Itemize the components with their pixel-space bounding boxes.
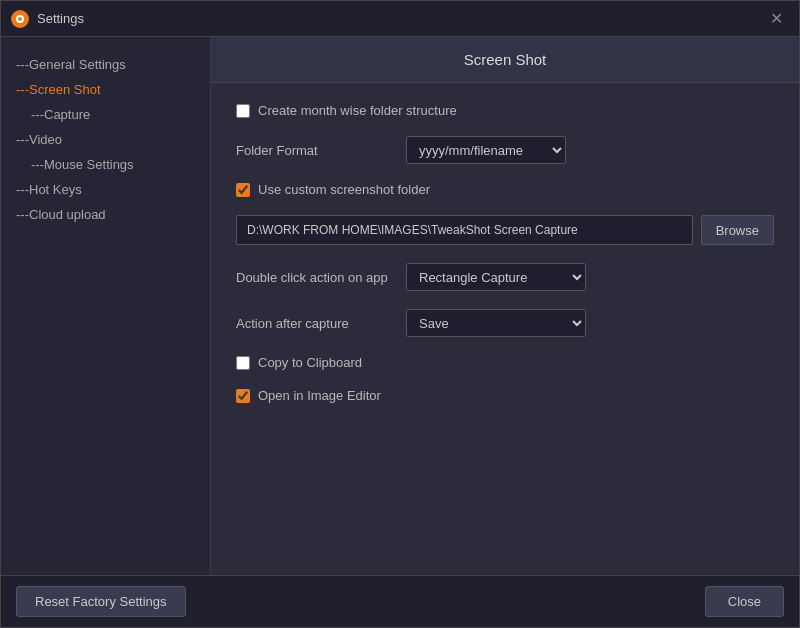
open-editor-row: Open in Image Editor — [236, 388, 774, 403]
close-icon[interactable]: ✕ — [764, 9, 789, 29]
double-click-row: Double click action on app Rectangle Cap… — [236, 263, 774, 291]
double-click-select[interactable]: Rectangle Capture Full Screen Capture Re… — [406, 263, 586, 291]
panel-body: Create month wise folder structure Folde… — [211, 83, 799, 575]
folder-path-input[interactable] — [236, 215, 693, 245]
use-custom-folder-checkbox[interactable] — [236, 183, 250, 197]
sidebar-item-capture[interactable]: ---Capture — [1, 102, 210, 127]
double-click-label: Double click action on app — [236, 270, 396, 285]
app-icon — [11, 10, 29, 28]
sidebar: ---General Settings---Screen Shot---Capt… — [1, 37, 211, 575]
sidebar-item-cloud-upload[interactable]: ---Cloud upload — [1, 202, 210, 227]
create-month-folder-checkbox[interactable] — [236, 104, 250, 118]
browse-button[interactable]: Browse — [701, 215, 774, 245]
open-editor-checkbox[interactable] — [236, 389, 250, 403]
main-content: ---General Settings---Screen Shot---Capt… — [1, 37, 799, 575]
path-row: Browse — [236, 215, 774, 245]
open-editor-label: Open in Image Editor — [258, 388, 381, 403]
folder-format-row: Folder Format yyyy/mm/filename yyyy/mm/d… — [236, 136, 774, 164]
use-custom-folder-row: Use custom screenshot folder — [236, 182, 774, 197]
copy-clipboard-label: Copy to Clipboard — [258, 355, 362, 370]
svg-point-1 — [18, 17, 22, 21]
copy-clipboard-row: Copy to Clipboard — [236, 355, 774, 370]
create-month-folder-label: Create month wise folder structure — [258, 103, 457, 118]
sidebar-item-mouse-settings[interactable]: ---Mouse Settings — [1, 152, 210, 177]
titlebar: Settings ✕ — [1, 1, 799, 37]
close-button[interactable]: Close — [705, 586, 784, 617]
sidebar-item-general-settings[interactable]: ---General Settings — [1, 52, 210, 77]
sidebar-item-hot-keys[interactable]: ---Hot Keys — [1, 177, 210, 202]
sidebar-item-video[interactable]: ---Video — [1, 127, 210, 152]
content-panel: Screen Shot Create month wise folder str… — [211, 37, 799, 575]
reset-factory-settings-button[interactable]: Reset Factory Settings — [16, 586, 186, 617]
panel-title: Screen Shot — [211, 37, 799, 83]
folder-format-label: Folder Format — [236, 143, 396, 158]
copy-clipboard-checkbox[interactable] — [236, 356, 250, 370]
footer: Reset Factory Settings Close — [1, 575, 799, 627]
window-title: Settings — [37, 11, 84, 26]
action-after-capture-label: Action after capture — [236, 316, 396, 331]
action-after-capture-row: Action after capture Save Save As Copy t… — [236, 309, 774, 337]
use-custom-folder-label: Use custom screenshot folder — [258, 182, 430, 197]
folder-format-select[interactable]: yyyy/mm/filename yyyy/mm/dd/filename fil… — [406, 136, 566, 164]
action-after-capture-select[interactable]: Save Save As Copy to Clipboard — [406, 309, 586, 337]
settings-window: Settings ✕ ---General Settings---Screen … — [0, 0, 800, 628]
titlebar-left: Settings — [11, 10, 84, 28]
create-month-folder-row: Create month wise folder structure — [236, 103, 774, 118]
sidebar-item-screen-shot[interactable]: ---Screen Shot — [1, 77, 210, 102]
